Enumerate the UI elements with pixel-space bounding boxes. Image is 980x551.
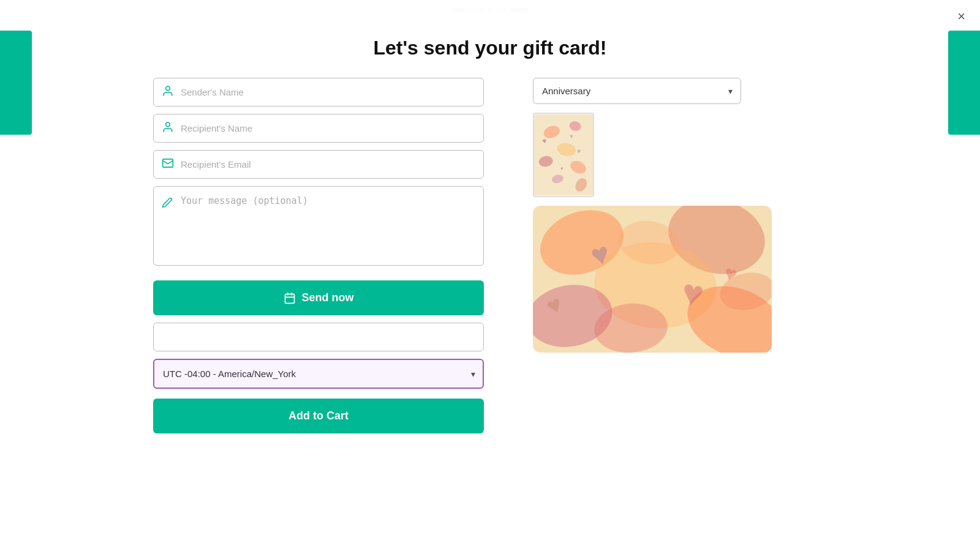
card-thumbnail[interactable]: ♥ ♥ ♥ ♥: [533, 113, 594, 197]
recipient-name-input[interactable]: [153, 114, 484, 143]
recipient-name-field-wrapper: [153, 114, 484, 143]
add-to-cart-button[interactable]: Add to Cart: [153, 399, 484, 433]
category-select[interactable]: Anniversary Birthday Thank You Holiday J…: [533, 78, 741, 104]
modal-overlay: × Let's send your gift card!: [0, 0, 980, 551]
calendar-icon: [284, 292, 296, 304]
send-now-label: Send now: [302, 291, 354, 304]
datetime-wrapper: 12/12/2023 03:53 AM: [153, 323, 484, 351]
left-accent-bar: [0, 31, 32, 135]
datetime-input[interactable]: 12/12/2023 03:53 AM: [153, 323, 484, 351]
modal-title: Let's send your gift card!: [374, 37, 607, 59]
timezone-select[interactable]: UTC -04:00 - America/New_York UTC -05:00…: [153, 359, 484, 389]
send-now-button[interactable]: Send now: [153, 280, 484, 315]
message-field-wrapper: [153, 186, 484, 268]
add-to-cart-label: Add to Cart: [288, 410, 349, 422]
sender-name-field-wrapper: [153, 78, 484, 107]
recipient-email-field-wrapper: [153, 150, 484, 179]
right-accent-bar: [948, 31, 980, 135]
card-large-preview: ♥ ♥ ♥ ♥: [533, 206, 772, 353]
timezone-wrapper: UTC -04:00 - America/New_York UTC -05:00…: [153, 359, 484, 389]
form-left-column: Send now 12/12/2023 03:53 AM UTC -04:00 …: [153, 78, 484, 433]
svg-rect-3: [285, 294, 294, 303]
category-select-wrapper: Anniversary Birthday Thank You Holiday J…: [533, 78, 741, 104]
recipient-email-input[interactable]: [153, 150, 484, 179]
modal-body: Send now 12/12/2023 03:53 AM UTC -04:00 …: [153, 78, 827, 433]
card-right-column: Anniversary Birthday Thank You Holiday J…: [533, 78, 827, 433]
close-button[interactable]: ×: [957, 10, 965, 23]
message-input[interactable]: [153, 186, 484, 266]
sender-name-input[interactable]: [153, 78, 484, 107]
